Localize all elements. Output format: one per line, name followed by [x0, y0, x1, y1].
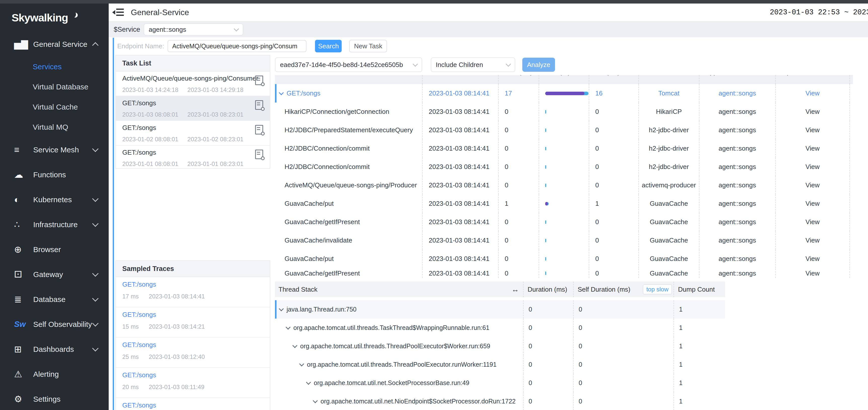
span-api: activemq-producer [639, 176, 700, 195]
span-row[interactable]: GuavaCache/put 2023-01-03 08:14:41 1 1 G… [275, 195, 853, 213]
resize-icon[interactable]: ↔ [512, 285, 519, 294]
sidebar-item[interactable]: Virtual Cache [0, 97, 109, 117]
bar-chart-icon: ▅▇ [14, 39, 33, 50]
trace-time: 2023-01-03 08:14:21 [149, 323, 205, 330]
span-self-ms: 0 [589, 231, 639, 250]
view-logs-icon[interactable] [255, 100, 263, 110]
thread-stack-row[interactable]: org.apache.tomcat.util.threads.ThreadPoo… [275, 355, 725, 374]
sidebar-item[interactable]: ⊞ Dashboards [0, 337, 109, 362]
span-table-header: Method Start Time Exec(ms) Exec(%) Self(… [275, 75, 853, 84]
sidebar-item[interactable]: Sw Self Observability [0, 312, 109, 337]
view-link[interactable]: View [776, 195, 850, 213]
view-link[interactable]: View [776, 158, 850, 176]
span-row[interactable]: GuavaCache/getIfPresent 2023-01-03 08:14… [275, 213, 853, 231]
view-logs-icon[interactable] [255, 125, 263, 135]
endpoint-name-input[interactable]: ActiveMQ/Queue/queue-songs-ping/Consum [167, 40, 306, 52]
span-row[interactable]: ActiveMQ/Queue/queue-songs-ping/Producer… [275, 176, 853, 195]
menu-fold-icon[interactable] [112, 8, 124, 16]
task-list-item[interactable]: GET:/songs 2023-01-02 08:08:01 2023-01-0… [116, 121, 270, 146]
sidebar-item[interactable]: ∴ Infrastructure [0, 212, 109, 237]
frame-dump-count: 1 [674, 319, 725, 337]
trace-link[interactable]: GET:/songs [122, 311, 265, 319]
thread-stack-row[interactable]: org.apache.tomcat.util.net.SocketProcess… [275, 374, 725, 392]
sidebar-item[interactable]: ≡ Service Mesh [0, 137, 109, 162]
infrastructure-icon: ∴ [14, 219, 33, 230]
search-button[interactable]: Search [315, 40, 342, 52]
span-self-ms: 0 [589, 176, 639, 195]
thread-stack-row[interactable]: org.apache.tomcat.util.threads.TaskThrea… [275, 319, 725, 337]
span-row[interactable]: GuavaCache/invalidate 2023-01-03 08:14:4… [275, 231, 853, 250]
sidebar-item[interactable]: Virtual Database [0, 77, 109, 97]
span-row[interactable]: GuavaCache/put 2023-01-03 08:14:41 0 0 G… [275, 250, 853, 268]
task-list-item[interactable]: GET:/songs 2023-01-01 08:08:01 2023-01-0… [116, 146, 270, 169]
thread-stack-row[interactable]: org.apache.tomcat.util.net.NioEndpoint$S… [275, 392, 725, 410]
expand-chevron-icon[interactable] [313, 398, 318, 403]
expand-chevron-icon[interactable] [285, 325, 290, 330]
analyze-mode-select[interactable]: Include Children [431, 57, 515, 72]
view-link[interactable]: View [776, 84, 850, 102]
span-row[interactable]: H2/JDBC/Connection/commit 2023-01-03 08:… [275, 158, 853, 176]
trace-link[interactable]: GET:/songs [122, 371, 265, 379]
span-row[interactable]: H2/JDBC/Connection/commit 2023-01-03 08:… [275, 139, 853, 158]
thread-stack-row[interactable]: org.apache.tomcat.util.threads.ThreadPoo… [275, 337, 725, 355]
sidebar-item[interactable]: ⊕ Browser [0, 237, 109, 262]
sampled-trace-item[interactable]: GET:/songs 15 ms 2023-01-03 08:14:21 [116, 307, 270, 338]
expand-chevron-icon[interactable] [306, 380, 311, 385]
span-row[interactable]: GuavaCache/getIfPresent 2023-01-03 08:14… [275, 268, 853, 278]
task-list-item[interactable]: GET:/songs 2023-01-03 08:08:01 2023-01-0… [116, 96, 270, 121]
sampled-trace-item[interactable]: GET:/songs 17 ms 2023-01-03 08:14:41 [116, 277, 270, 307]
view-link[interactable]: View [776, 268, 850, 278]
sidebar-item[interactable]: Virtual MQ [0, 117, 109, 137]
span-application: agent::songs [700, 121, 776, 139]
view-link[interactable]: View [776, 231, 850, 250]
view-link[interactable]: View [776, 250, 850, 268]
span-start-time: 2023-01-03 08:14:41 [423, 121, 499, 139]
view-logs-icon[interactable] [255, 150, 263, 159]
span-row[interactable]: H2/JDBC/PreparedStatement/executeQuery 2… [275, 121, 853, 139]
exec-percent-bar [545, 202, 549, 205]
analyze-button[interactable]: Analyze [522, 58, 555, 72]
span-application: agent::songs [700, 268, 776, 278]
expand-chevron-icon[interactable] [299, 361, 304, 367]
chevron-icon [92, 295, 98, 301]
sampled-trace-item[interactable]: GET:/songs 25 ms 2023-01-03 08:12:40 [116, 338, 270, 368]
sidebar-item[interactable]: ⚠ Alerting [0, 362, 109, 387]
task-id-select[interactable]: eaed37e7-1d4e-4f50-be8d-14e52ce6505b [275, 57, 422, 72]
task-start-time: 2023-01-03 14:24:18 [122, 86, 178, 93]
expand-chevron-icon[interactable] [292, 343, 298, 348]
expand-chevron-icon[interactable] [279, 90, 284, 95]
time-range-picker[interactable]: 2023-01-03 22:53 ~ 2023 [770, 8, 868, 17]
sampled-trace-item[interactable]: GET:/songs 20 ms 2023-01-03 08:11:49 [116, 368, 270, 398]
sidebar-item[interactable]: ⚙ Settings [0, 387, 109, 410]
expand-chevron-icon[interactable] [279, 306, 284, 311]
sidebar-item[interactable]: ▅▇ General Service [0, 32, 109, 57]
trace-link[interactable]: GET:/songs [122, 281, 265, 288]
span-name: GuavaCache/put [284, 255, 334, 263]
sidebar-item[interactable]: ⚀ Gateway [0, 262, 109, 287]
sidebar-item[interactable]: ☁ Functions [0, 162, 109, 187]
service-select[interactable]: agent::songs [144, 23, 243, 35]
thread-stack-panel: Thread Stack ↔ Duration (ms) Self Durati… [275, 282, 725, 410]
view-link[interactable]: View [776, 121, 850, 139]
span-api: h2-jdbc-driver [639, 158, 700, 176]
span-row[interactable]: HikariCP/Connection/getConnection 2023-0… [275, 102, 853, 121]
thread-stack-row[interactable]: java.lang.Thread.run:750 0 0 1 [275, 300, 725, 319]
top-slow-button[interactable]: top slow [643, 284, 672, 294]
view-link[interactable]: View [776, 102, 850, 121]
stack-frame-name: org.apache.tomcat.util.threads.ThreadPoo… [300, 343, 490, 350]
view-link[interactable]: View [776, 213, 850, 231]
trace-link[interactable]: GET:/songs [122, 402, 265, 409]
view-logs-icon[interactable] [255, 76, 263, 85]
view-link[interactable]: View [776, 176, 850, 195]
sidebar-item[interactable]: ◐ Kubernetes [0, 187, 109, 212]
sidebar-item[interactable]: ≣ Database [0, 287, 109, 312]
task-list-item[interactable]: ActiveMQ/Queue/queue-songs-ping/Consumer… [116, 71, 270, 96]
sampled-trace-item[interactable]: GET:/songs 16 ms 2023-01-03 08:11:39 [116, 398, 270, 410]
sidebar-item[interactable]: Services [0, 57, 109, 77]
trace-link[interactable]: GET:/songs [122, 341, 265, 349]
frame-duration: 0 [524, 300, 574, 319]
span-row[interactable]: GET:/songs 2023-01-03 08:14:41 17 16 Tom… [275, 84, 853, 102]
app-logo[interactable]: Skywalking [0, 3, 109, 32]
new-task-button[interactable]: New Task [349, 40, 387, 52]
view-link[interactable]: View [776, 139, 850, 158]
